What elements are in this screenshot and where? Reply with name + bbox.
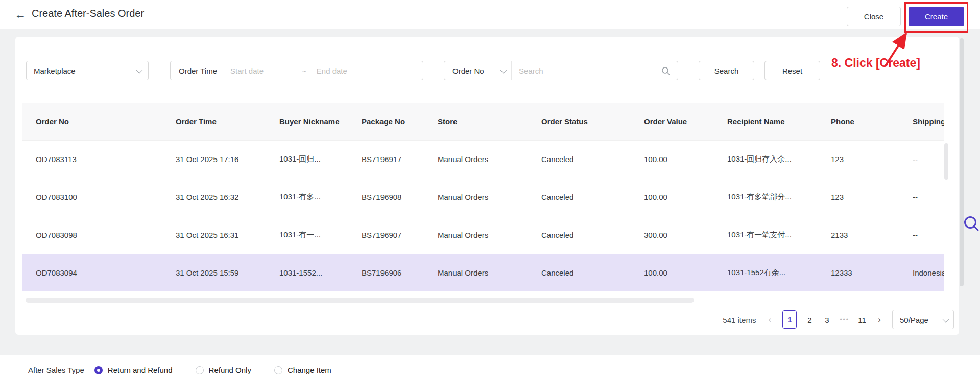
col-shipping: Shipping [899,103,944,140]
close-button[interactable]: Close [847,7,901,26]
back-arrow-icon[interactable]: ← [14,8,26,20]
next-page-button[interactable]: › [875,314,884,325]
cell-buyer: 1031-有多... [266,178,348,216]
cell-store: Manual Orders [424,178,528,216]
col-order-status: Order Status [528,103,630,140]
search-field-select[interactable]: Order No [444,61,512,80]
table-row-selected[interactable]: OD7083094 31 Oct 2025 15:59 1031-1552...… [22,254,944,291]
pagination: 541 items ‹ 1 2 3 ••• 11 › 50/Page [723,308,954,331]
col-phone: Phone [817,103,899,140]
radio-change-item[interactable]: Change Item [274,366,331,374]
chevron-down-icon [136,66,143,73]
page-ellipsis[interactable]: ••• [840,316,849,323]
search-button[interactable]: Search [699,61,754,80]
marketplace-select[interactable]: Marketplace [26,61,149,80]
end-date-placeholder[interactable]: End date [317,66,347,75]
page-2[interactable]: 2 [805,315,814,324]
cell-package-no: BS7196908 [348,178,424,216]
chevron-down-icon [500,66,507,73]
cell-order-time: 31 Oct 2025 17:16 [162,140,266,178]
cell-phone: 123 [817,140,899,178]
cell-shipping: -- [899,178,944,216]
order-time-label: Order Time [179,66,217,75]
cell-buyer: 1031-1552... [266,254,348,291]
col-order-time: Order Time [162,103,266,140]
table-row[interactable]: OD7083098 31 Oct 2025 16:31 1031-有一... B… [22,216,944,254]
cell-recipient: 1031-有多笔部分... [713,178,817,216]
radio-selected-icon [94,366,103,374]
cell-order-no: OD7083098 [22,216,162,254]
page-3[interactable]: 3 [822,315,831,324]
table-vertical-scrollbar[interactable] [944,143,948,180]
chevron-down-icon [943,315,949,322]
page-1-active[interactable]: 1 [782,310,797,329]
cell-phone: 123 [817,178,899,216]
col-package-no: Package No [348,103,424,140]
search-icon [661,66,671,76]
table-header-row: Order No Order Time Buyer Nickname Packa… [22,103,944,140]
cell-package-no: BS7196906 [348,254,424,291]
search-group: Order No [444,61,678,80]
cell-recipient: 1031-1552有余... [713,254,817,291]
after-sales-type-bar: After Sales Type Return and Refund Refun… [0,355,980,385]
col-order-value: Order Value [630,103,713,140]
cell-shipping: -- [899,140,944,178]
cell-order-time: 31 Oct 2025 15:59 [162,254,266,291]
cell-shipping: -- [899,216,944,254]
radio-unselected-icon [196,366,204,374]
cell-phone: 2133 [817,216,899,254]
table-row[interactable]: OD7083100 31 Oct 2025 16:32 1031-有多... B… [22,178,944,216]
after-sales-type-label: After Sales Type [28,366,84,374]
radio-label: Change Item [288,366,331,374]
table-bottom-divider [22,303,959,303]
page-size-value: 50/Page [900,315,928,324]
cell-status: Canceled [528,216,630,254]
orders-table: Order No Order Time Buyer Nickname Packa… [22,103,944,291]
reset-button[interactable]: Reset [764,61,820,80]
topbar: ← Create After-Sales Order Close Create [0,0,980,29]
col-store: Store [424,103,528,140]
cell-recipient: 1031-有一笔支付... [713,216,817,254]
cell-order-no: OD7083100 [22,178,162,216]
cell-buyer: 1031-回归... [266,140,348,178]
search-input[interactable] [512,61,678,80]
start-date-placeholder[interactable]: Start date [230,66,292,75]
cell-buyer: 1031-有一... [266,216,348,254]
cell-package-no: BS7196907 [348,216,424,254]
col-buyer-nickname: Buyer Nickname [266,103,348,140]
cell-order-no: OD7083094 [22,254,162,291]
page-11[interactable]: 11 [857,315,867,324]
cell-value: 100.00 [630,140,713,178]
cell-order-no: OD7083113 [22,140,162,178]
cell-recipient: 1031-回归存入余... [713,140,817,178]
cell-phone: 12333 [817,254,899,291]
cell-store: Manual Orders [424,140,528,178]
radio-label: Return and Refund [108,366,173,374]
cell-package-no: BS7196917 [348,140,424,178]
page-title: Create After-Sales Order [32,8,144,19]
table-horizontal-scrollbar[interactable] [26,298,694,303]
table-row[interactable]: OD7083113 31 Oct 2025 17:16 1031-回归... B… [22,140,944,178]
col-recipient-name: Recipient Name [713,103,817,140]
radio-return-and-refund[interactable]: Return and Refund [94,366,173,374]
cell-value: 100.00 [630,178,713,216]
page-size-select[interactable]: 50/Page [892,310,954,329]
create-button[interactable]: Create [909,7,964,26]
order-time-range-picker[interactable]: Order Time Start date ~ End date [170,61,423,80]
cell-status: Canceled [528,178,630,216]
cell-shipping: Indonesia [899,254,944,291]
prev-page-button[interactable]: ‹ [765,314,774,325]
cell-value: 300.00 [630,216,713,254]
cell-status: Canceled [528,254,630,291]
search-field-label: Order No [452,66,484,75]
cell-order-time: 31 Oct 2025 16:32 [162,178,266,216]
radio-refund-only[interactable]: Refund Only [196,366,251,374]
cell-status: Canceled [528,140,630,178]
floating-search-icon[interactable] [964,216,980,232]
window-scrollbar[interactable] [960,38,964,286]
col-order-no: Order No [22,103,162,140]
cell-store: Manual Orders [424,216,528,254]
radio-unselected-icon [274,366,282,374]
cell-value: 100.00 [630,254,713,291]
cell-store: Manual Orders [424,254,528,291]
